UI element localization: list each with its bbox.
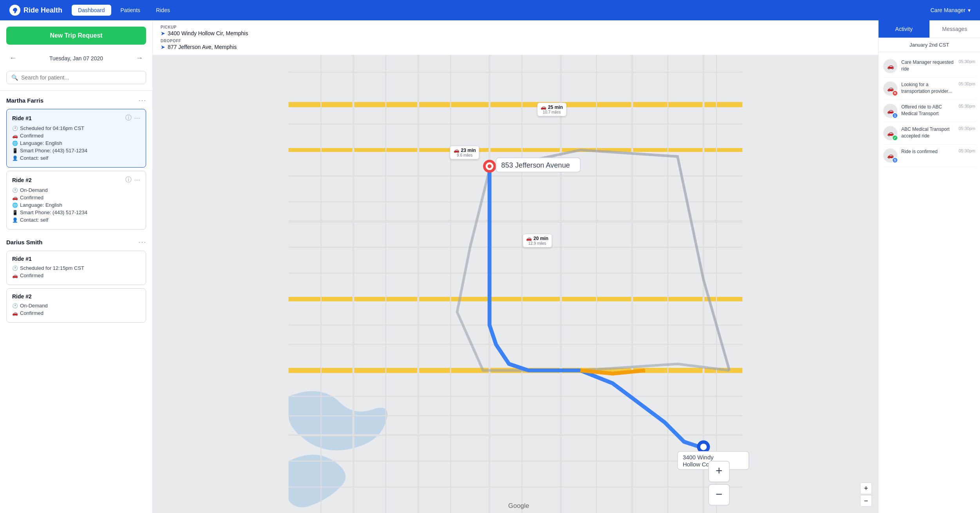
activity-badge-2: 1 [892, 112, 898, 119]
globe-icon-2: 🌐 [12, 202, 18, 208]
ride-card-header-0-1: Ride #2 ⓘ ⋯ [12, 176, 140, 184]
car-icon-badge: 🚗 [541, 105, 546, 110]
activity-content-2: Offered ride to ABC Medical Transport [901, 104, 955, 117]
date-next-button[interactable]: → [133, 52, 146, 64]
ride-card-0-0[interactable]: Ride #1 ⓘ ⋯ 🕐 Scheduled for 04:16pm CST … [6, 109, 146, 168]
patient-section-0: Martha Farris ⋯ Ride #1 ⓘ ⋯ 🕐 Scheduled … [6, 96, 146, 229]
activity-time-1: 05:30pm [958, 81, 975, 86]
activity-badge-3: ✓ [892, 135, 898, 141]
car-icon-badge-1: 🚗 [454, 148, 459, 153]
ride-detail-0-0-1: 🚗 Confirmed [12, 133, 140, 139]
activity-text-4: Ride is confirmed [901, 148, 955, 155]
ride-info-button-0-0[interactable]: ⓘ [125, 114, 132, 122]
date-prev-button[interactable]: ← [6, 52, 20, 64]
route-time-2: 🚗 20 min [526, 236, 548, 241]
activity-time-0: 05:30pm [958, 59, 975, 64]
route-time-1: 🚗 23 min [454, 148, 476, 153]
panel-date-header: January 2nd CST [879, 38, 980, 52]
tab-activity[interactable]: Activity [879, 20, 929, 38]
pickup-address: ➤ 3400 Windy Hollow Cir, Memphis [161, 30, 870, 36]
activity-text-1: Looking for a transportation provider... [901, 81, 955, 95]
route-badge-0: 🚗 25 min 10.7 miles [537, 103, 566, 116]
activity-avatar-icon-0: 🚗 [887, 63, 894, 69]
nav-rides[interactable]: Rides [150, 5, 176, 16]
patient-menu-1[interactable]: ⋯ [138, 237, 146, 247]
search-box: 🔍 [6, 71, 146, 84]
ride-detail-0-1-3: 📱 Smart Phone: (443) 517-1234 [12, 210, 140, 215]
clock-icon-2: 🕐 [12, 188, 18, 193]
ride-detail-0-1-2: 🌐 Language: English [12, 202, 140, 208]
activity-item-1: 🚗 ✕ Looking for a transportation provide… [883, 78, 975, 100]
map-overlay: PICKUP ➤ 3400 Windy Hollow Cir, Memphis … [153, 20, 878, 55]
ride-card-1-1[interactable]: Ride #2 🕐 On-Demand 🚗 Confirmed [6, 288, 146, 323]
ride-actions-0-1: ⓘ ⋯ [125, 176, 140, 184]
ride-detail-0-0-2: 🌐 Language: English [12, 140, 140, 146]
route-dist-2: 12.9 miles [528, 241, 546, 246]
ride-card-1-0[interactable]: Ride #1 🕐 Scheduled for 12:15pm CST 🚗 Co… [6, 251, 146, 285]
activity-text-2: Offered ride to ABC Medical Transport [901, 104, 955, 117]
dropoff-address: ➤ 877 Jefferson Ave, Memphis [161, 44, 870, 50]
patient-name-1: Darius Smith [6, 239, 43, 246]
route-time-0: 🚗 25 min [541, 105, 563, 110]
pickup-icon: ➤ [161, 30, 165, 36]
ride-more-button-0-1[interactable]: ⋯ [134, 176, 140, 184]
car-icon-badge-2: 🚗 [526, 236, 532, 241]
activity-time-3: 05:30pm [958, 126, 975, 131]
activity-content-4: Ride is confirmed [901, 148, 955, 155]
search-input[interactable] [21, 74, 141, 81]
search-icon: 🔍 [11, 74, 18, 81]
activity-text-3: ABC Medical Transport accepted ride [901, 126, 955, 139]
route-dist-1: 9.6 miles [457, 153, 472, 157]
ride-detail-1-0-1: 🚗 Confirmed [12, 273, 140, 278]
activity-badge-1: ✕ [892, 90, 898, 96]
activity-badge-4: S [892, 157, 898, 163]
map-area: PICKUP ➤ 3400 Windy Hollow Cir, Memphis … [153, 20, 878, 513]
svg-point-35 [488, 164, 492, 168]
svg-point-0 [14, 12, 16, 13]
dropoff-icon: ➤ [161, 44, 165, 50]
ride-card-header-0-0: Ride #1 ⓘ ⋯ [12, 114, 140, 122]
car-icon: 🚗 [12, 133, 18, 139]
right-panel: Activity Messages January 2nd CST 🚗 Care… [878, 20, 980, 513]
svg-text:−: − [716, 488, 722, 500]
ride-title-1-0: Ride #1 [12, 256, 32, 262]
activity-avatar-4: 🚗 S [883, 148, 897, 163]
chevron-down-icon: ▾ [968, 7, 971, 13]
ride-detail-0-1-1: 🚗 Confirmed [12, 195, 140, 201]
ride-title-0-1: Ride #2 [12, 177, 32, 183]
brand-name: Ride Health [24, 6, 62, 14]
date-nav: ← Tuesday, Jan 07 2020 → [6, 49, 146, 67]
patient-list: Martha Farris ⋯ Ride #1 ⓘ ⋯ 🕐 Scheduled … [0, 91, 152, 513]
tab-messages[interactable]: Messages [929, 20, 980, 38]
svg-text:3400 Windy: 3400 Windy [683, 454, 714, 461]
zoom-in-button[interactable]: + [860, 482, 872, 494]
ride-info-button-0-1[interactable]: ⓘ [125, 176, 132, 184]
activity-text-0: Care Manager requested ride [901, 59, 955, 72]
sidebar: New Trip Request ← Tuesday, Jan 07 2020 … [0, 20, 153, 513]
map-container[interactable]: 853 Jefferson Avenue 3400 Windy Hollow C… [153, 20, 878, 513]
ride-detail-0-1-0: 🕐 On-Demand [12, 187, 140, 193]
svg-text:Google: Google [508, 502, 529, 509]
patient-menu-0[interactable]: ⋯ [138, 96, 146, 105]
ride-detail-0-1-4: 👤 Contact: self [12, 217, 140, 223]
date-label: Tuesday, Jan 07 2020 [49, 55, 103, 61]
nav-dashboard[interactable]: Dashboard [72, 5, 111, 16]
activity-item-0: 🚗 Care Manager requested ride 05:30pm [883, 55, 975, 78]
zoom-out-button[interactable]: − [860, 495, 872, 507]
ride-card-header-1-0: Ride #1 [12, 256, 140, 262]
ride-card-0-1[interactable]: Ride #2 ⓘ ⋯ 🕐 On-Demand 🚗 Confirmed [6, 171, 146, 229]
ride-more-button-0-0[interactable]: ⋯ [134, 114, 140, 122]
ride-detail-0-0-0: 🕐 Scheduled for 04:16pm CST [12, 125, 140, 131]
new-trip-button[interactable]: New Trip Request [6, 27, 146, 45]
navbar: Ride Health Dashboard Patients Rides Car… [0, 0, 980, 20]
nav-patients[interactable]: Patients [114, 5, 147, 16]
phone-icon-2: 📱 [12, 210, 18, 215]
ride-detail-1-0-0: 🕐 Scheduled for 12:15pm CST [12, 265, 140, 271]
patient-name-0: Martha Farris [6, 97, 43, 104]
route-dist-0: 10.7 miles [543, 110, 561, 114]
activity-content-3: ABC Medical Transport accepted ride [901, 126, 955, 139]
person-icon-2: 👤 [12, 217, 18, 223]
ride-actions-0-0: ⓘ ⋯ [125, 114, 140, 122]
panel-tabs: Activity Messages [879, 20, 980, 38]
nav-user[interactable]: Care Manager ▾ [931, 7, 971, 13]
